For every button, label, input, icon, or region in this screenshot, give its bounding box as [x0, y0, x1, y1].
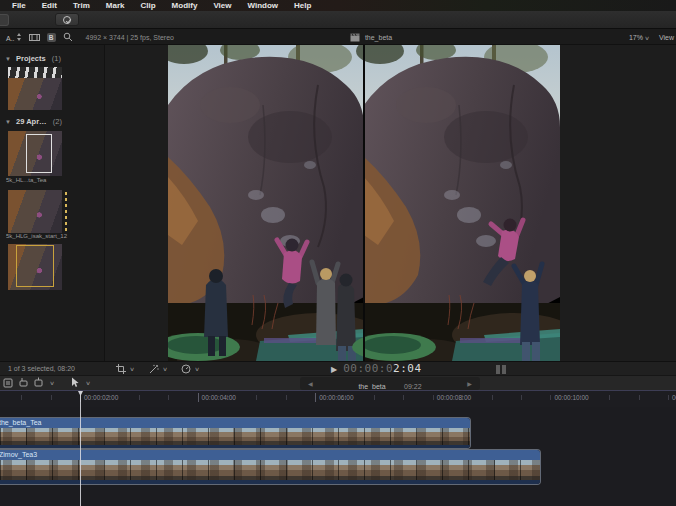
sidebar-toggle-partial-icon[interactable]: [0, 14, 9, 26]
ruler-timecode-label: 00:00:12:00: [672, 394, 676, 401]
browser-status-text: 1 of 3 selected, 08:20: [8, 362, 75, 376]
filmstrip-view-icon[interactable]: [29, 33, 40, 42]
browser-clip-1[interactable]: [8, 131, 62, 176]
ruler-minor-tick: [256, 395, 257, 400]
viewer-canvas[interactable]: [168, 45, 560, 361]
disclosure-triangle-icon[interactable]: ▼: [5, 56, 11, 62]
history-forward-button[interactable]: ▶: [467, 380, 472, 387]
browser-pane: ▼ Projects (1) ▼ 29 Apr… (2) 5k_HL...ta_…: [0, 45, 105, 361]
clip-appearance-button[interactable]: A..: [6, 33, 22, 42]
viewer-title-label: the_beta: [365, 34, 392, 41]
retime-speedometer-icon: [181, 364, 191, 374]
ruler-minor-tick: [51, 395, 52, 400]
timeline-clip-video-2[interactable]: Zimov_Tea3: [0, 450, 540, 484]
ruler-minor-tick: [139, 395, 140, 400]
content-area: ▼ Projects (1) ▼ 29 Apr… (2) 5k_HL...ta_…: [0, 45, 676, 361]
ruler-minor-tick: [374, 395, 375, 400]
clip-name-label: Zimov_Tea3: [0, 450, 540, 460]
ruler-major-tick: [198, 393, 199, 402]
menu-item-mark[interactable]: Mark: [98, 0, 133, 11]
chevron-down-icon[interactable]: ∨: [85, 380, 91, 386]
viewer-title: the_beta: [326, 29, 416, 45]
timeline-history-nav: ◀ the_beta 09:22 ▶: [300, 377, 480, 390]
color-correction-dropdown[interactable]: ∨: [149, 364, 167, 374]
connect-clip-icon[interactable]: [18, 377, 29, 388]
index-button-icon[interactable]: [3, 377, 14, 388]
select-tool-cursor-icon[interactable]: [70, 377, 80, 388]
history-back-button[interactable]: ◀: [308, 380, 313, 387]
ruler-minor-tick: [433, 395, 434, 400]
menu-item-edit[interactable]: Edit: [34, 0, 65, 11]
crop-icon: [116, 364, 126, 374]
b-badge-icon[interactable]: B: [47, 33, 56, 42]
menu-item-trim[interactable]: Trim: [65, 0, 98, 11]
ruler-timecode-label: 00:00:10:00: [554, 394, 588, 401]
view-menu-button[interactable]: View: [659, 34, 674, 41]
timeline-pane[interactable]: 00:00:02:0000:00:04:0000:00:06:0000:00:0…: [0, 390, 676, 506]
section-title: 29 Apr…: [16, 117, 47, 126]
chevron-down-icon[interactable]: ∨: [49, 380, 55, 386]
menu-bar: FileEditTrimMarkClipModifyViewWindowHelp: [0, 0, 676, 11]
audio-meters-icon[interactable]: [496, 365, 506, 374]
menu-item-view[interactable]: View: [205, 0, 239, 11]
browser-clip-3-selected[interactable]: [8, 244, 62, 290]
crop-tool-dropdown[interactable]: ∨: [116, 364, 134, 374]
timeline-toolbar: ∨ ∨ ◀ the_beta 09:22 ▶: [0, 375, 676, 390]
playhead[interactable]: [80, 391, 81, 506]
search-icon[interactable]: [63, 32, 73, 42]
ruler-timecode-label: 00:00:06:00: [319, 394, 353, 401]
ruler-minor-tick: [521, 395, 522, 400]
zoom-level-value: 17%: [629, 34, 643, 41]
timeline-duration: 09:22: [404, 383, 422, 390]
wand-icon: [149, 364, 159, 374]
ruler-minor-tick: [609, 395, 610, 400]
disclosure-triangle-icon[interactable]: ▼: [5, 119, 11, 125]
section-event[interactable]: ▼ 29 Apr… (2): [5, 117, 62, 126]
media-info-text: 4992 × 3744 | 25 fps, Stereo: [86, 34, 174, 41]
section-projects[interactable]: ▼ Projects (1): [5, 54, 61, 63]
menu-item-file[interactable]: File: [4, 0, 34, 11]
ruler-minor-tick: [403, 395, 404, 400]
clock-check-icon: [63, 16, 71, 24]
clip-name-label: the_beta_Tea: [0, 418, 470, 428]
timeline-ruler[interactable]: 00:00:02:0000:00:04:0000:00:06:0000:00:0…: [0, 391, 676, 407]
insert-clip-icon[interactable]: [33, 377, 44, 388]
ruler-minor-tick: [668, 395, 669, 400]
selection-box[interactable]: [16, 245, 54, 287]
range-dashed-edge: [65, 192, 67, 231]
project-thumb-image: [8, 78, 62, 110]
viewer-pane: [105, 45, 676, 361]
clip-filmstrip: [0, 428, 470, 445]
browser-clip-2[interactable]: [8, 190, 62, 233]
ruler-minor-tick: [639, 395, 640, 400]
menu-item-modify[interactable]: Modify: [164, 0, 206, 11]
ruler-minor-tick: [21, 395, 22, 400]
clip-label: 5k_HL...ta_Tea: [6, 177, 70, 183]
menu-item-clip[interactable]: Clip: [132, 0, 163, 11]
ruler-minor-tick: [550, 395, 551, 400]
range-selection-box[interactable]: [26, 134, 52, 173]
retime-dropdown[interactable]: ∨: [181, 364, 199, 374]
clip-label: 5k_HLG_isak_start_12: [6, 233, 70, 239]
top-toolbar: [0, 11, 676, 29]
ruler-timecode-label: 00:00:08:00: [437, 394, 471, 401]
ruler-major-tick: [315, 393, 316, 402]
project-thumbnail[interactable]: [8, 67, 62, 110]
timeline-project-name[interactable]: the_beta: [358, 383, 385, 390]
play-button[interactable]: ▶: [331, 365, 337, 374]
fcp-window: FileEditTrimMarkClipModifyViewWindowHelp…: [0, 0, 676, 506]
ruler-minor-tick: [168, 395, 169, 400]
clip-filmstrip: [0, 460, 540, 480]
ruler-timecode-label: 00:00:02:00: [84, 394, 118, 401]
background-tasks-button[interactable]: [55, 13, 79, 26]
ruler-minor-tick: [286, 395, 287, 400]
pane-header-row: A.. B 4992 × 3744 | 25 fps, Stereo: [0, 29, 676, 45]
timeline-clip-video-1[interactable]: the_beta_Tea: [0, 418, 470, 448]
zoom-level-dropdown[interactable]: 17%∨: [629, 34, 649, 41]
clapperboard-icon: [350, 33, 360, 42]
project-filmstrip-icon: [8, 67, 62, 78]
section-count: (1): [52, 54, 61, 63]
menu-item-window[interactable]: Window: [239, 0, 286, 11]
clip-audio-strip: [0, 480, 540, 484]
menu-item-help[interactable]: Help: [286, 0, 319, 11]
